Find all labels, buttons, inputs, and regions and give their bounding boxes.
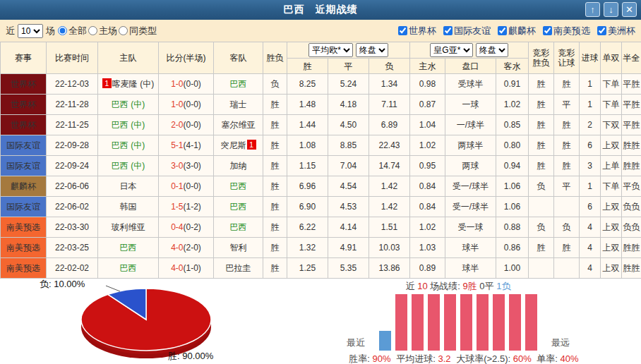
home-team[interactable]: 巴西 (中): [98, 115, 159, 135]
match-score[interactable]: 1-0(0-0): [159, 95, 214, 115]
match-count-select[interactable]: 10: [18, 24, 43, 38]
result-cell: 胜: [263, 238, 287, 258]
away-team[interactable]: 突尼斯1: [214, 135, 263, 156]
league-badge[interactable]: 国际友谊: [1, 197, 47, 217]
odds-stage-select[interactable]: 终盘: [356, 43, 388, 57]
handicap-line-cell: 受球半: [445, 74, 496, 95]
league-badge[interactable]: 南美预选: [1, 238, 47, 258]
league-badge[interactable]: 世界杯: [1, 95, 47, 115]
odds-draw-cell: 4.18: [328, 95, 369, 115]
goals-cell: 4: [580, 258, 601, 279]
close-button[interactable]: ✕: [622, 2, 637, 17]
away-team[interactable]: 瑞士: [214, 95, 263, 115]
league-checkbox-input[interactable]: [398, 26, 407, 35]
bar-title-segment: 1负: [496, 281, 510, 291]
league-filter-checkbox[interactable]: 世界杯: [398, 25, 436, 37]
scope-radio-input[interactable]: [88, 26, 97, 35]
match-date: 22-11-28: [47, 95, 98, 115]
league-filter-checkbox[interactable]: 麒麟杯: [498, 25, 536, 37]
jc-result-cell: [529, 258, 554, 279]
half-full-cell: 平胜: [622, 95, 641, 115]
half-full-cell: 平胜: [622, 74, 641, 95]
home-team[interactable]: 日本: [98, 176, 159, 197]
scroll-down-button[interactable]: ↓: [604, 2, 618, 17]
asian-stage-select[interactable]: 终盘: [476, 43, 508, 57]
odds-source-select[interactable]: 平均欧*: [308, 43, 353, 57]
handicap-line-cell: 受一/球半: [445, 176, 496, 197]
handicap-line-cell: 两球半: [445, 135, 496, 156]
scope-radio[interactable]: 同类型: [119, 25, 157, 37]
odds-win-cell: 1.15: [287, 156, 328, 176]
half-full-cell: 平负: [622, 176, 641, 197]
charts-section: 负: 10.00% 胜: 90.00% 近 10 场战绩: 9胜 0平 1负 最…: [0, 279, 641, 364]
match-score[interactable]: 2-0(0-0): [159, 115, 214, 135]
odds-lose-cell: 10.03: [369, 238, 410, 258]
match-score[interactable]: 0-4(0-2): [159, 217, 214, 238]
header-odd-even: 单双: [601, 42, 622, 74]
jc-handicap-cell: 胜: [554, 135, 580, 156]
league-badge[interactable]: 国际友谊: [1, 156, 47, 176]
scope-radio-input[interactable]: [119, 26, 128, 35]
league-checkbox-label: 世界杯: [409, 25, 436, 37]
league-checkbox-input[interactable]: [543, 26, 552, 35]
home-team[interactable]: 韩国: [98, 197, 159, 217]
away-team[interactable]: 巴拉圭: [214, 258, 263, 279]
match-date: 22-12-03: [47, 74, 98, 95]
match-score[interactable]: 4-0(2-0): [159, 238, 214, 258]
home-team[interactable]: 巴西: [98, 238, 159, 258]
away-team[interactable]: 巴西: [214, 217, 263, 238]
bar-title-segment: 近: [406, 281, 418, 291]
away-team[interactable]: 塞尔维亚: [214, 115, 263, 135]
stat-item: 胜率: 90%: [349, 353, 390, 364]
league-filter-checkbox[interactable]: 南美预选: [543, 25, 590, 37]
match-score[interactable]: 3-0(3-0): [159, 156, 214, 176]
league-badge[interactable]: 世界杯: [1, 74, 47, 95]
match-score[interactable]: 1-0(0-0): [159, 74, 214, 95]
away-team[interactable]: 加纳: [214, 156, 263, 176]
away-team[interactable]: 巴西: [214, 74, 263, 95]
match-score[interactable]: 4-0(1-0): [159, 258, 214, 279]
home-team[interactable]: 巴西 (中): [98, 135, 159, 156]
home-team[interactable]: 巴西 (中): [98, 95, 159, 115]
jc-result-cell: 胜: [529, 135, 554, 156]
league-badge[interactable]: 麒麟杯: [1, 176, 47, 197]
away-team[interactable]: 巴西: [214, 197, 263, 217]
away-water-cell: 0.91: [496, 74, 529, 95]
odds-lose-cell: 14.74: [369, 156, 410, 176]
result-cell: 胜: [263, 95, 287, 115]
away-team[interactable]: 巴西: [214, 176, 263, 197]
match-score[interactable]: 1-5(1-2): [159, 197, 214, 217]
scope-radio[interactable]: 全部: [58, 25, 87, 37]
scope-radio[interactable]: 主场: [88, 25, 117, 37]
league-filter-checkbox[interactable]: 国际友谊: [443, 25, 491, 37]
league-badge[interactable]: 国际友谊: [1, 135, 47, 156]
league-checkbox-input[interactable]: [498, 26, 507, 35]
match-score[interactable]: 5-1(4-1): [159, 135, 214, 156]
home-team[interactable]: 玻利维亚: [98, 217, 159, 238]
jc-result-cell: 负: [529, 176, 554, 197]
scroll-up-button[interactable]: ↑: [585, 2, 600, 17]
half-full-cell: 胜胜: [622, 258, 641, 279]
league-badge[interactable]: 南美预选: [1, 258, 47, 279]
jc-result-cell: [529, 197, 554, 217]
home-water-cell: 0.95: [410, 156, 445, 176]
result-bar: [444, 294, 456, 351]
league-badge[interactable]: 世界杯: [1, 115, 47, 135]
away-team[interactable]: 智利: [214, 238, 263, 258]
home-water-cell: 1.02: [410, 135, 445, 156]
home-team[interactable]: 巴西 (中): [98, 156, 159, 176]
league-badge[interactable]: 南美预选: [1, 217, 47, 238]
league-checkbox-input[interactable]: [443, 26, 453, 35]
league-filter-checkbox[interactable]: 美洲杯: [597, 25, 635, 37]
asian-source-select[interactable]: 皇G亚*: [430, 43, 473, 57]
odds-win-cell: 1.32: [287, 238, 328, 258]
scope-radio-input[interactable]: [58, 26, 67, 35]
home-team[interactable]: 巴西: [98, 258, 159, 279]
subheader-home-water: 主水: [410, 59, 445, 74]
match-score[interactable]: 0-1(0-0): [159, 176, 214, 197]
league-checkbox-input[interactable]: [597, 26, 606, 35]
bar-title-segment: 9胜: [463, 281, 477, 291]
jc-handicap-cell: 胜: [554, 156, 580, 176]
home-team[interactable]: 1喀麦隆 (中): [98, 74, 159, 95]
handicap-line-cell: 一/球半: [445, 115, 496, 135]
